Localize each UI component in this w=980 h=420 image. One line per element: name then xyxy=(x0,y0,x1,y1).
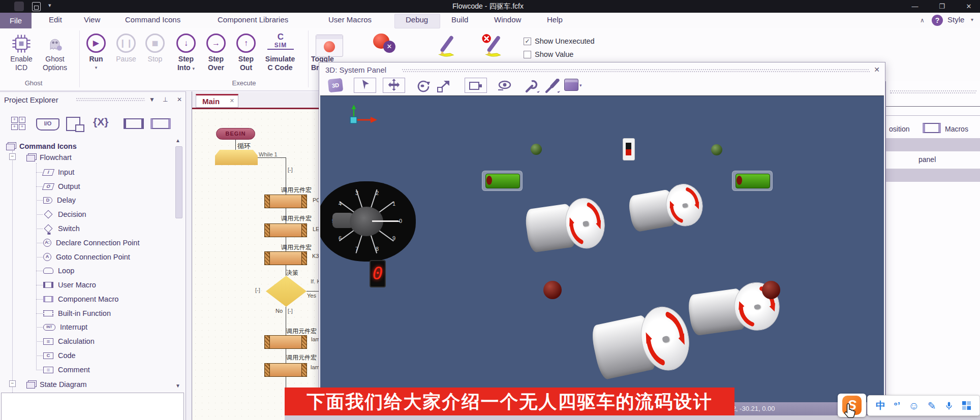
viewport-3d[interactable]: 0 1 2 3 4 5 6 7 8 9 0 xyxy=(320,95,884,404)
seven-segment-display[interactable]: 0 xyxy=(370,260,386,287)
run-label[interactable]: Run▾ xyxy=(80,55,112,72)
ghost-options-button[interactable]: GhostOptions xyxy=(34,55,76,72)
show-value-label[interactable]: Show Value xyxy=(535,50,573,58)
scroll-down-icon[interactable]: ▼ xyxy=(175,383,181,389)
tab-main[interactable]: Main ✕ xyxy=(196,94,238,108)
drag-texture[interactable] xyxy=(76,98,145,101)
wrench-icon[interactable] xyxy=(524,79,541,94)
grid-add-icon[interactable]: + + + + xyxy=(11,117,26,130)
snap-box-button[interactable] xyxy=(465,78,487,93)
menu-view[interactable]: View xyxy=(84,15,100,24)
menu-debug[interactable]: Debug xyxy=(406,15,428,24)
begin-block[interactable]: BEGIN xyxy=(216,128,255,140)
ime-emoji-icon[interactable]: ☺ xyxy=(908,400,919,411)
tree-item-loop[interactable]: Loop xyxy=(43,265,74,276)
minimize-button[interactable]: — xyxy=(906,1,924,12)
tree-item-component-macro[interactable]: Component Macro xyxy=(43,294,118,305)
collapse-marker[interactable]: [-] xyxy=(255,287,260,293)
help-icon[interactable]: ? xyxy=(932,15,943,26)
tree-item-switch[interactable]: Switch xyxy=(43,223,80,234)
component-macro-block[interactable] xyxy=(264,363,307,377)
component-macro-block[interactable] xyxy=(264,223,307,237)
run-button[interactable]: ▶ xyxy=(86,34,106,53)
ime-mic-icon[interactable] xyxy=(944,400,954,411)
step-over-button[interactable]: → xyxy=(206,34,226,53)
expander-icon[interactable] xyxy=(9,380,16,387)
toggle-breakpoint-icon[interactable] xyxy=(316,35,343,57)
panel-close-icon[interactable]: ✕ xyxy=(177,96,182,103)
ime-chinese-mode-icon[interactable]: 中 xyxy=(876,401,885,410)
brush-icon[interactable] xyxy=(544,79,561,94)
menu-edit[interactable]: Edit xyxy=(49,15,62,24)
collapse-ribbon-icon[interactable]: ∧ xyxy=(920,17,925,24)
component-macro-block[interactable] xyxy=(264,335,307,349)
panel-3d-close-icon[interactable]: ✕ xyxy=(874,66,880,74)
show-unexecuted-label[interactable]: Show Unexecuted xyxy=(535,37,595,45)
step-over-label[interactable]: StepOver xyxy=(200,55,232,72)
user-macro-toolbar-icon[interactable] xyxy=(124,118,144,129)
simulate-c-code-button[interactable]: SimulateC Code xyxy=(257,55,303,72)
drag-texture[interactable] xyxy=(890,90,976,93)
move-mode-button[interactable] xyxy=(383,78,405,93)
ime-handwriting-icon[interactable]: ✎ xyxy=(928,401,936,411)
tree-item-built-in-function[interactable]: Built-in Function xyxy=(43,308,111,319)
chip-icon[interactable] xyxy=(10,33,33,55)
explorer-scrollbar[interactable]: ▲ ▼ xyxy=(174,135,183,420)
led-green-sphere[interactable] xyxy=(711,144,722,155)
ghost-icon[interactable] xyxy=(44,33,66,55)
tree-item-state-diagram[interactable]: State Diagram xyxy=(26,379,87,390)
tree-item-user-macro[interactable]: User Macro xyxy=(43,279,96,290)
toggle-switch-3d[interactable] xyxy=(623,138,635,160)
menu-build[interactable]: Build xyxy=(451,15,468,24)
cube-icon[interactable] xyxy=(564,79,578,91)
collapse-marker[interactable]: [-] xyxy=(288,308,293,314)
menu-window[interactable]: Window xyxy=(494,15,521,24)
pin-icon[interactable]: ⊥ xyxy=(163,96,168,103)
led-red-sphere[interactable] xyxy=(543,281,562,299)
clear-all-breakpoints-icon[interactable]: ✕ xyxy=(372,34,400,58)
step-into-button[interactable]: ↓ xyxy=(176,34,196,53)
motor-3d[interactable] xyxy=(524,196,608,256)
pencil-error-icon[interactable] xyxy=(480,34,504,59)
menu-command-icons[interactable]: Command Icons xyxy=(125,15,180,24)
while-loop-block[interactable] xyxy=(215,150,258,165)
cube-caret-icon[interactable]: ▾ xyxy=(579,83,582,88)
table-row[interactable] xyxy=(886,169,980,182)
rotary-dial[interactable]: 0 1 2 3 4 5 6 7 8 9 xyxy=(320,181,416,262)
component-macro-block[interactable] xyxy=(264,251,307,265)
tree-item-input[interactable]: Input xyxy=(43,167,74,178)
component-macro-block[interactable] xyxy=(264,195,307,208)
expander-icon[interactable] xyxy=(9,153,16,160)
table-cell[interactable]: panel xyxy=(918,155,936,164)
io-icon[interactable]: I/O xyxy=(36,118,59,131)
tree-item-delay[interactable]: Delay xyxy=(43,195,76,206)
resize-icon[interactable] xyxy=(436,79,451,93)
tree-item-interrupt[interactable]: Interrupt xyxy=(43,321,87,333)
menu-file[interactable]: File xyxy=(0,13,32,28)
collapse-marker[interactable]: [-] xyxy=(288,167,293,173)
eye-icon[interactable] xyxy=(496,79,512,93)
led-green-sphere[interactable] xyxy=(531,144,542,155)
pencil-icon[interactable] xyxy=(435,35,457,59)
tree-root-command-icons[interactable]: Command Icons xyxy=(6,141,77,152)
variables-icon[interactable]: {X} xyxy=(93,116,108,128)
battery-component[interactable] xyxy=(482,171,523,191)
select-mode-button[interactable] xyxy=(354,78,376,93)
tree-item-comment[interactable]: Comment xyxy=(43,364,90,375)
panel-dropdown-icon[interactable]: ▼ xyxy=(149,96,155,103)
view-3d-icon[interactable]: 3D xyxy=(328,78,344,93)
step-out-button[interactable]: ↑ xyxy=(236,34,256,53)
menu-user-macros[interactable]: User Macros xyxy=(328,15,372,24)
quick-access-caret-icon[interactable]: ▾ xyxy=(48,2,51,9)
battery-component[interactable] xyxy=(732,171,773,191)
c-sim-icon[interactable]: CSIM xyxy=(267,33,294,50)
stop-button[interactable]: ◼ xyxy=(145,34,165,53)
table-row[interactable] xyxy=(886,138,980,151)
tab-close-icon[interactable]: ✕ xyxy=(230,98,234,104)
windows-icon[interactable] xyxy=(66,117,80,131)
scroll-up-icon[interactable]: ▲ xyxy=(175,138,181,143)
tree-item-output[interactable]: Output xyxy=(43,181,80,192)
step-into-label[interactable]: StepInto ▾ xyxy=(170,55,202,73)
ime-punctuation-icon[interactable]: °’ xyxy=(894,401,900,410)
rotate-icon[interactable] xyxy=(415,79,430,93)
